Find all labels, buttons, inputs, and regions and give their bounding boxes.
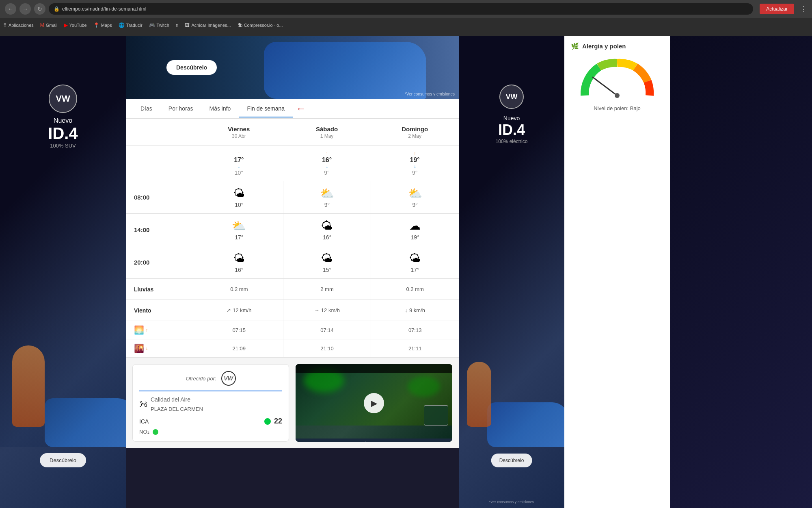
tab-fin-semana[interactable]: Fin de semana bbox=[239, 100, 293, 117]
sunrise-viernes: 07:15 bbox=[195, 321, 283, 339]
consumos-note-right: *Ver consumos y emisiones bbox=[459, 500, 564, 504]
viento-row: Viento ↗ 12 km/h → 12 km/h ↓ 9 km/h bbox=[126, 300, 459, 321]
weather-viernes-0800: 🌤 10° bbox=[195, 181, 283, 213]
menu-icon[interactable]: ⋮ bbox=[800, 4, 807, 13]
far-right-strip bbox=[670, 36, 812, 508]
sunset-sabado: 21:10 bbox=[283, 339, 371, 357]
air-title-row: 🌬 Calidad del Aire PLAZA DEL CARMEN bbox=[139, 396, 282, 412]
descubrelo-top-button[interactable]: Descúbrelo bbox=[166, 60, 217, 75]
time-label-1400: 14:00 bbox=[126, 214, 195, 246]
update-button[interactable]: Actualizar bbox=[760, 4, 794, 14]
weather-sabado-0800: ⛅ 9° bbox=[283, 181, 371, 213]
bookmarks-bar: ⠿ Aplicaciones M Gmail ▶ YouTube 📍 Maps … bbox=[0, 18, 812, 33]
bookmark-applications[interactable]: ⠿ Aplicaciones bbox=[3, 22, 34, 28]
video-caption: LA PREVISIÓN DE ELTIEMPO.ES bbox=[296, 439, 452, 442]
browser-chrome: ← → ↻ 🔒 eltiempo.es/madrid/fin-de-semana… bbox=[0, 0, 812, 36]
svg-point-1 bbox=[615, 93, 620, 98]
weather-sabado-2000: 🌤 15° bbox=[283, 246, 371, 278]
top-banner: Descúbrelo *Ver consumos y emisiones bbox=[126, 36, 459, 99]
day-header-sabado: Sábado 1 May bbox=[283, 119, 371, 145]
sunset-icon-cell: 🌇 ↓ bbox=[126, 339, 195, 357]
alergia-icon: 🌿 bbox=[571, 42, 579, 50]
presenter-thumbnail bbox=[424, 405, 448, 426]
descubrelo-right-button[interactable]: Descúbrelo bbox=[491, 454, 532, 467]
time-row-1400: 14:00 ⛅ 17° 🌤 16° ☁ 19° bbox=[126, 214, 459, 246]
bookmark-maps[interactable]: 📍 Maps bbox=[93, 22, 112, 28]
time-row-0800: 08:00 🌤 10° ⛅ 9° ⛅ 9° bbox=[126, 181, 459, 214]
arrow-indicator: ← bbox=[296, 103, 306, 114]
vw-logo-right: VW bbox=[499, 85, 524, 109]
weather-sabado-1400: 🌤 16° bbox=[283, 214, 371, 246]
weather-bottom-section: Ofrecido por: VW 🌬 Calidad del Aire PLAZ… bbox=[126, 358, 459, 448]
tab-por-horas[interactable]: Por horas bbox=[160, 100, 201, 117]
sunset-domingo: 21:11 bbox=[371, 339, 459, 357]
viento-viernes: ↗ 12 km/h bbox=[195, 300, 283, 321]
bookmark-twitch[interactable]: 🎮 Twitch bbox=[149, 22, 169, 28]
vw-offered-logo: VW bbox=[221, 371, 236, 386]
lluvias-sabado: 2 mm bbox=[283, 279, 371, 300]
refresh-button[interactable]: ↻ bbox=[34, 3, 45, 15]
time-label-0800: 08:00 bbox=[126, 181, 195, 213]
alergia-header: 🌿 Alergia y polen bbox=[571, 42, 663, 50]
weather-table: Viernes 30 Abr Sábado 1 May Domingo 2 Ma… bbox=[126, 119, 459, 358]
nuevo-id4-left: Nuevo ID.4 100% SUV bbox=[48, 117, 78, 149]
tab-mas-info[interactable]: Más info bbox=[201, 100, 239, 117]
bookmark-n[interactable]: n bbox=[176, 22, 179, 28]
right-section: VW Nuevo ID.4 100% eléctrico Descúbrelo … bbox=[459, 36, 812, 508]
weather-viernes-1400: ⛅ 17° bbox=[195, 214, 283, 246]
sunset-row: 🌇 ↓ 21:09 21:10 21:11 bbox=[126, 339, 459, 358]
bookmark-gmail[interactable]: M Gmail bbox=[40, 22, 58, 28]
video-panel: ▶ LA PREVISIÓN DE ELTIEMPO.ES bbox=[296, 364, 452, 442]
temp-domingo: ↑ 19° ↓ 9° bbox=[371, 151, 459, 176]
day-headers-row: Viernes 30 Abr Sábado 1 May Domingo 2 Ma… bbox=[126, 119, 459, 146]
back-button[interactable]: ← bbox=[5, 3, 16, 15]
weather-tabs: Días Por horas Más info Fin de semana ← bbox=[126, 99, 459, 119]
sunset-viernes: 21:09 bbox=[195, 339, 283, 357]
consumos-note: *Ver consumos y emisiones bbox=[405, 92, 455, 96]
address-bar[interactable]: 🔒 eltiempo.es/madrid/fin-de-semana.html bbox=[49, 3, 753, 15]
weather-domingo-1400: ☁ 19° bbox=[371, 214, 459, 246]
air-quality-panel: Ofrecido por: VW 🌬 Calidad del Aire PLAZ… bbox=[132, 364, 289, 442]
no2-indicator bbox=[153, 429, 158, 435]
bookmark-compressor[interactable]: 🗜 Compressor.io - o... bbox=[238, 22, 283, 28]
ica-row: ICA 22 bbox=[139, 417, 282, 426]
svg-line-0 bbox=[593, 77, 617, 96]
descubrelo-left-button[interactable]: Descúbrelo bbox=[40, 453, 86, 467]
pollen-gauge bbox=[577, 55, 658, 104]
nivel-pollen-text: Nivel de polen: Bajo bbox=[571, 105, 663, 111]
vw-logo-left: VW bbox=[49, 85, 77, 113]
play-button[interactable]: ▶ bbox=[364, 393, 384, 413]
lluvias-domingo: 0.2 mm bbox=[371, 279, 459, 300]
forward-button[interactable]: → bbox=[19, 3, 31, 15]
temp-sabado: ↑ 16° ↓ 9° bbox=[283, 151, 371, 176]
weather-panel: Descúbrelo *Ver consumos y emisiones Día… bbox=[126, 36, 459, 508]
lluvias-row: Lluvias 0.2 mm 2 mm 0.2 mm bbox=[126, 279, 459, 300]
bookmark-achicar[interactable]: 🖼 Achicar Imágenes... bbox=[185, 22, 231, 28]
sunrise-row: 🌅 ↑ 07:15 07:14 07:13 bbox=[126, 321, 459, 339]
alergia-section: 🌿 Alergia y polen bbox=[564, 36, 670, 508]
sunrise-sabado: 07:14 bbox=[283, 321, 371, 339]
lluvias-label: Lluvias bbox=[126, 279, 195, 300]
tab-dias[interactable]: Días bbox=[132, 100, 160, 117]
video-ticker bbox=[296, 364, 452, 373]
page-layout: VW Nuevo ID.4 100% SUV Descúbrelo Descúb… bbox=[0, 36, 812, 508]
left-ad: VW Nuevo ID.4 100% SUV Descúbrelo bbox=[0, 36, 126, 508]
time-row-2000: 20:00 🌤 16° 🌤 15° 🌤 17° bbox=[126, 246, 459, 279]
bookmark-youtube[interactable]: ▶ YouTube bbox=[64, 22, 87, 28]
lluvias-viernes: 0.2 mm bbox=[195, 279, 283, 300]
viento-sabado: → 12 km/h bbox=[283, 300, 371, 321]
sunrise-domingo: 07:13 bbox=[371, 321, 459, 339]
weather-domingo-2000: 🌤 17° bbox=[371, 246, 459, 278]
temp-viernes: ↑ 17° ↓ 10° bbox=[195, 151, 283, 176]
sunrise-icon-cell: 🌅 ↑ bbox=[126, 321, 195, 339]
viento-domingo: ↓ 9 km/h bbox=[371, 300, 459, 321]
ica-indicator bbox=[264, 418, 271, 425]
bookmark-traducir[interactable]: 🌐 Traducir bbox=[119, 22, 143, 28]
nuevo-id4-right: Nuevo ID.4 100% eléctrico bbox=[496, 115, 528, 144]
weather-domingo-0800: ⛅ 9° bbox=[371, 181, 459, 213]
time-label-2000: 20:00 bbox=[126, 246, 195, 278]
offered-by: Ofrecido por: VW bbox=[139, 371, 282, 391]
url-text: eltiempo.es/madrid/fin-de-semana.html bbox=[62, 6, 146, 12]
viento-label: Viento bbox=[126, 300, 195, 321]
weather-viernes-2000: 🌤 16° bbox=[195, 246, 283, 278]
